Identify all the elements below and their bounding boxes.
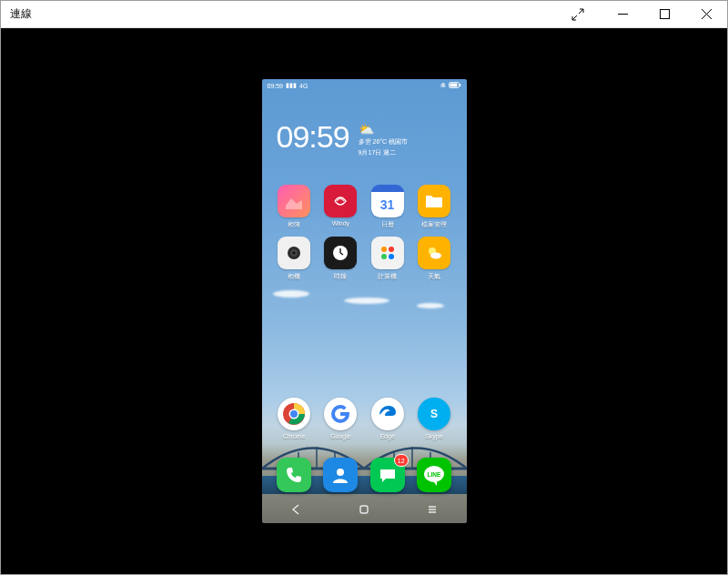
cloud-decoration xyxy=(273,290,309,298)
svg-point-11 xyxy=(389,254,394,259)
wifi-icon: ⋒ xyxy=(440,82,446,89)
weather-desc: 多雲 26°C 桃園市 xyxy=(359,137,409,146)
files-icon xyxy=(418,185,450,217)
svg-point-18 xyxy=(337,469,344,476)
calendar-day: 31 xyxy=(371,192,404,217)
nav-back[interactable] xyxy=(282,496,309,523)
weather-icon xyxy=(418,237,450,269)
svg-point-8 xyxy=(381,247,387,252)
app-calendar[interactable]: 31 日曆 xyxy=(364,185,410,229)
phone-screen: 09:59 ▮▮▮ 4G ⋒ 09:59 ⛅ 多雲 26°C 桃園市 xyxy=(262,79,467,523)
app-label: Edge xyxy=(379,433,394,439)
phone-icon xyxy=(277,458,311,492)
app-files[interactable]: 檔案管理 xyxy=(410,185,457,229)
svg-point-10 xyxy=(381,254,387,259)
clock-time: 09:59 xyxy=(277,121,349,168)
nav-home[interactable] xyxy=(350,496,378,523)
app-windy[interactable]: Windy xyxy=(318,185,364,229)
app-label: Skype xyxy=(425,433,442,439)
app-label: 計算機 xyxy=(378,272,397,281)
app-camera[interactable]: 相機 xyxy=(271,237,318,281)
svg-rect-0 xyxy=(660,10,669,19)
recent-icon xyxy=(426,503,439,516)
dock-messages[interactable]: 12 xyxy=(364,458,410,492)
clock-weather-widget[interactable]: 09:59 ⛅ 多雲 26°C 桃園市 9月17日 週二 xyxy=(277,121,456,168)
svg-point-13 xyxy=(430,253,441,259)
app-label: 檔案管理 xyxy=(421,220,447,229)
app-google[interactable]: Google xyxy=(318,398,364,439)
svg-rect-2 xyxy=(450,84,457,87)
chrome-icon xyxy=(278,398,310,430)
svg-point-9 xyxy=(389,247,394,252)
windy-icon xyxy=(324,185,357,217)
app-grid: 相簿 Windy 31 日曆 xyxy=(262,185,467,281)
close-icon xyxy=(702,9,712,19)
contacts-icon xyxy=(323,458,358,492)
cloud-decoration xyxy=(417,303,444,308)
status-bar: 09:59 ▮▮▮ 4G ⋒ xyxy=(262,79,467,92)
app-label: 時鐘 xyxy=(334,272,347,281)
close-button[interactable] xyxy=(685,1,727,28)
svg-point-16 xyxy=(290,410,298,418)
minimize-icon xyxy=(618,9,628,19)
nav-bar xyxy=(262,496,467,523)
dock: 12 LINE xyxy=(262,458,467,492)
app-label: 相機 xyxy=(288,272,300,281)
expand-button[interactable] xyxy=(560,1,596,28)
svg-rect-3 xyxy=(460,84,460,86)
status-left: 09:59 ▮▮▮ 4G xyxy=(268,82,308,89)
maximize-icon xyxy=(660,9,670,19)
google-icon xyxy=(324,398,357,430)
clock-icon xyxy=(324,237,357,269)
weather-date: 9月17日 週二 xyxy=(359,148,409,157)
app-label: Chrome xyxy=(283,433,306,439)
weather-block: ⛅ 多雲 26°C 桃園市 9月17日 週二 xyxy=(359,121,409,168)
svg-text:LINE: LINE xyxy=(427,471,440,478)
app-skype[interactable]: S Skype xyxy=(410,398,457,439)
window-frame: 連線 xyxy=(0,0,728,575)
client-area: 09:59 ▮▮▮ 4G ⋒ 09:59 ⛅ 多雲 26°C 桃園市 xyxy=(1,28,727,574)
calculator-icon xyxy=(371,237,404,269)
expand-icon xyxy=(571,8,584,21)
signal-icon: ▮▮▮ xyxy=(286,82,297,89)
status-time: 09:59 xyxy=(268,83,284,89)
app-label: 相簿 xyxy=(288,220,300,229)
camera-icon xyxy=(278,237,310,269)
nav-recent[interactable] xyxy=(419,496,446,523)
app-photos[interactable]: 相簿 xyxy=(271,185,318,229)
badge: 12 xyxy=(394,454,409,467)
app-label: 天氣 xyxy=(428,272,440,281)
app-edge[interactable]: Edge xyxy=(364,398,410,439)
line-icon: LINE xyxy=(417,458,451,492)
home-icon xyxy=(358,503,370,516)
app-calculator[interactable]: 計算機 xyxy=(364,237,410,281)
dock-line[interactable]: LINE xyxy=(410,458,457,492)
photos-icon xyxy=(278,185,310,217)
cloud-decoration xyxy=(344,298,389,304)
status-right: ⋒ xyxy=(440,82,461,89)
svg-rect-21 xyxy=(360,506,368,513)
network-label: 4G xyxy=(299,83,308,89)
app-chrome[interactable]: Chrome xyxy=(271,398,318,439)
titlebar: 連線 xyxy=(1,1,727,28)
dock-phone[interactable] xyxy=(271,458,318,492)
edge-icon xyxy=(371,398,404,430)
messages-icon: 12 xyxy=(370,458,405,492)
skype-icon: S xyxy=(418,398,450,430)
battery-icon xyxy=(449,82,461,89)
window-title: 連線 xyxy=(1,6,32,22)
svg-text:S: S xyxy=(430,408,438,420)
app-clock[interactable]: 時鐘 xyxy=(318,237,364,281)
maximize-button[interactable] xyxy=(643,1,685,28)
app-label: 日曆 xyxy=(381,220,394,229)
favorites-row: Chrome Google Edge S xyxy=(262,398,467,439)
calendar-icon: 31 xyxy=(371,185,404,217)
app-label: Windy xyxy=(332,220,349,227)
back-icon xyxy=(289,503,302,516)
weather-icon: ⛅ xyxy=(359,123,409,136)
minimize-button[interactable] xyxy=(602,1,643,28)
svg-point-6 xyxy=(293,252,296,255)
app-label: Google xyxy=(330,433,351,439)
dock-contacts[interactable] xyxy=(318,458,364,492)
app-weather[interactable]: 天氣 xyxy=(410,237,457,281)
